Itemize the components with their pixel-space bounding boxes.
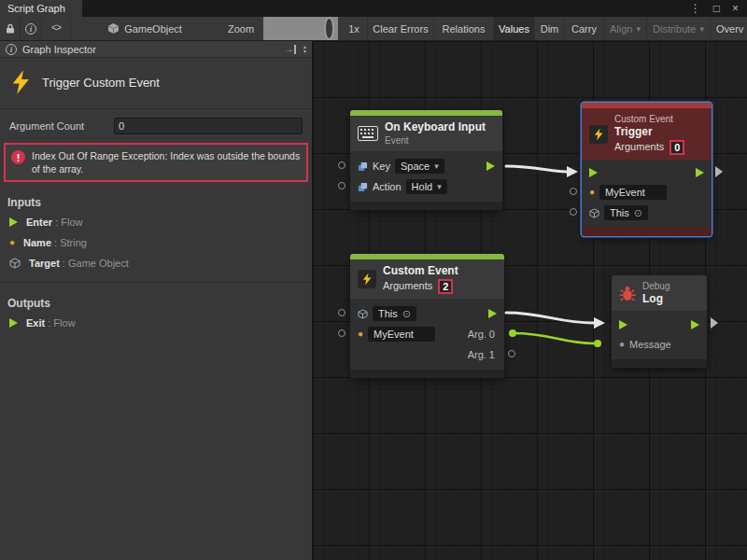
distribute-button[interactable]: Distribute▾ (646, 17, 710, 40)
expand-caret-icon (711, 317, 718, 329)
graph-inspector-panel: i Graph Inspector → ▴ ▾ Trigger Custom E… (0, 41, 313, 560)
zoom-slider-knob[interactable] (324, 17, 334, 40)
input-port[interactable] (338, 182, 345, 189)
input-port[interactable] (570, 208, 577, 216)
tab-title: Script Graph (7, 3, 65, 14)
chevron-down-icon: ▾ (437, 180, 442, 193)
input-port[interactable] (338, 329, 345, 337)
arguments-count-badge: 2 (438, 279, 453, 294)
window-tab-bar: Script Graph ⋮ □ × (0, 0, 747, 17)
overview-button[interactable]: Overv (710, 17, 747, 40)
input-port[interactable] (338, 309, 345, 316)
value-port-connected[interactable] (594, 340, 601, 347)
flow-input-port[interactable] (619, 320, 627, 329)
node-custom-event-arguments[interactable]: Custom Event Arguments 2 This ⊙ ● (350, 254, 504, 378)
flow-arrow-icon (9, 217, 18, 227)
arg1-row: Arg. 1 (350, 344, 504, 365)
error-message-box: ! Index Out Of Range Exception: Index wa… (4, 143, 308, 182)
value-port-connected[interactable] (509, 329, 516, 337)
keyboard-icon (358, 126, 378, 141)
node-category: Debug (642, 280, 669, 292)
close-icon[interactable]: × (732, 3, 739, 14)
lightning-bolt-icon (9, 70, 32, 94)
gameobject-label: GameObject (124, 23, 182, 35)
section-divider (0, 282, 312, 283)
key-dropdown-value: Space (401, 160, 430, 173)
collapse-panel-icon[interactable]: → (284, 45, 296, 54)
flow-output-port[interactable] (486, 161, 495, 171)
relations-button[interactable]: Relations (433, 17, 493, 40)
chevron-down-icon: ▾ (303, 49, 306, 54)
key-dropdown[interactable]: Space ▾ (395, 159, 444, 174)
target-row: This ⊙ (582, 203, 712, 223)
info-icon: i (25, 23, 36, 35)
window-menu-icon[interactable]: ⋮ (690, 3, 701, 14)
lightning-bolt-icon (589, 125, 608, 144)
node-on-keyboard-input[interactable]: On Keyboard Input Event Key Space ▾ Acti… (350, 110, 502, 210)
output-port[interactable] (508, 350, 515, 357)
string-port-icon: ● (9, 238, 15, 247)
clear-errors-button[interactable]: Clear Errors (367, 17, 433, 40)
bug-icon (619, 285, 636, 301)
inspect-button[interactable]: i (21, 17, 42, 40)
string-port-icon: ● (589, 188, 595, 197)
connection-args-to-log[interactable] (506, 313, 594, 323)
event-name-row: ● MyEvent (582, 182, 712, 203)
event-name-field[interactable]: MyEvent (368, 327, 435, 342)
flow-input-port[interactable] (589, 168, 598, 177)
inspector-title: Graph Inspector (22, 44, 96, 55)
node-body: Key Space ▾ Action Hold ▾ (350, 151, 502, 202)
flow-row (582, 163, 712, 182)
edit-source-button[interactable]: <> (42, 17, 71, 40)
flow-arrow-icon (9, 318, 18, 328)
values-button[interactable]: Values (493, 17, 534, 40)
node-body: This ⊙ ● MyEvent Arg. 0 Arg. 1 (350, 299, 504, 370)
input-row-target: Target : Game Object (0, 253, 312, 273)
input-port[interactable] (338, 161, 345, 169)
gameobject-cube-icon (9, 258, 21, 269)
dim-button[interactable]: Dim (534, 17, 564, 40)
tab-script-graph[interactable]: Script Graph (0, 0, 82, 17)
argument-count-input[interactable] (114, 118, 303, 134)
inputs-section-header: Inputs (7, 196, 312, 209)
arg1-label: Arg. 1 (468, 349, 495, 360)
graph-toolbar: i <> GameObject Zoom 1x Clear Errors Rel… (0, 17, 747, 41)
graph-canvas[interactable]: On Keyboard Input Event Key Space ▾ Acti… (313, 41, 747, 560)
flow-output-port[interactable] (488, 309, 497, 318)
target-dropdown[interactable]: This ⊙ (604, 205, 648, 220)
lock-button[interactable] (0, 17, 21, 40)
panel-stepper[interactable]: ▴ ▾ (303, 45, 306, 54)
connection-arg0-to-message[interactable] (513, 333, 595, 343)
target-picker-icon[interactable]: ⊙ (402, 307, 411, 320)
event-name-field[interactable]: MyEvent (599, 185, 667, 200)
input-port[interactable] (570, 188, 577, 195)
zoom-label: Zoom (224, 17, 258, 40)
gameobject-selector[interactable]: GameObject (103, 17, 187, 40)
target-value: This (610, 206, 629, 219)
carry-button[interactable]: Carry (564, 17, 603, 40)
node-trigger-custom-event[interactable]: Custom Event Trigger Arguments 0 ● MyEve… (582, 103, 712, 236)
flow-output-port[interactable] (691, 320, 699, 329)
node-title: Custom Event (383, 264, 458, 278)
action-row: Action Hold ▾ (350, 176, 502, 197)
node-debug-log[interactable]: Debug Log ● Message (612, 275, 707, 368)
connection-arrowhead (567, 166, 578, 177)
action-dropdown[interactable]: Hold ▾ (406, 179, 447, 194)
unit-title: Trigger Custom Event (42, 76, 160, 90)
node-footer (350, 370, 504, 378)
maximize-icon[interactable]: □ (713, 3, 720, 14)
value-port-icon[interactable]: ● (619, 340, 625, 349)
flow-output-port[interactable] (696, 168, 704, 177)
target-picker-icon[interactable]: ⊙ (634, 206, 642, 219)
error-message: Index Out Of Range Exception: Index was … (32, 149, 301, 175)
target-dropdown[interactable]: This ⊙ (373, 306, 416, 321)
connection-keyboard-to-trigger[interactable] (506, 166, 567, 172)
chevron-down-icon: ▾ (636, 24, 641, 34)
node-header: Debug Log (612, 275, 707, 311)
align-button[interactable]: Align▾ (603, 17, 646, 40)
gameobject-cube-icon (589, 208, 599, 218)
chevron-down-icon: ▾ (699, 24, 704, 34)
node-title: Trigger (614, 125, 684, 139)
key-icon (358, 161, 368, 172)
connection-arrowhead (594, 317, 605, 329)
